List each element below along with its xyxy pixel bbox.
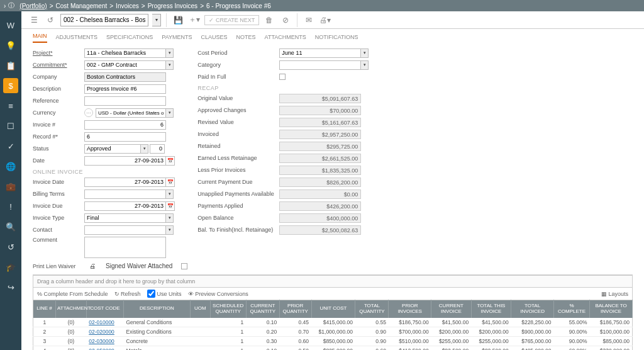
tab-adjustments[interactable]: ADJUSTMENTS [56, 34, 98, 43]
cost-period-dropdown[interactable]: ▾ [361, 48, 369, 58]
tab-attachments[interactable]: ATTACHMENTS [265, 34, 306, 43]
currency-dropdown[interactable]: ▾ [166, 108, 174, 118]
col-header[interactable]: ATTACHMENT [56, 300, 87, 318]
breadcrumb-progress-invoices[interactable]: Progress Invoices [148, 3, 197, 9]
invoice-date-field[interactable] [84, 178, 166, 187]
category-field[interactable] [279, 60, 361, 70]
list-icon[interactable]: ☰ [28, 14, 40, 26]
col-header[interactable]: COST CODE [86, 300, 123, 318]
tab-specifications[interactable]: SPECIFICATIONS [106, 34, 153, 43]
col-header[interactable]: UNIT COST [311, 300, 355, 318]
table-row[interactable]: 3(0)02-030000Concrete10.300.60$850,000.0… [33, 336, 633, 346]
col-header[interactable]: PRIOR QUANTITY [279, 300, 311, 318]
tab-payments[interactable]: PAYMENTS [162, 34, 192, 43]
save-icon[interactable]: 💾 [172, 14, 184, 26]
nav-item-13[interactable]: ↪ [3, 279, 18, 295]
project-dropdown[interactable]: ▾ [166, 48, 174, 58]
nav-item-12[interactable]: 🎓 [3, 259, 18, 274]
nav-item-4[interactable]: ≡ [3, 98, 18, 113]
col-header[interactable]: TOTAL INVOICED [511, 300, 554, 318]
tab-clauses[interactable]: CLAUSES [201, 34, 228, 43]
nav-item-3[interactable]: $ [3, 78, 18, 93]
col-header[interactable]: TOTAL QUANTITY [355, 300, 389, 318]
create-next-button[interactable]: ✓CREATE NEXT [204, 15, 259, 25]
invoice-due-calendar-icon[interactable]: 📅 [166, 201, 175, 211]
invoice-date-calendar-icon[interactable]: 📅 [166, 178, 175, 187]
breadcrumb-portfolio[interactable]: (Portfolio) [19, 3, 47, 9]
refresh-button[interactable]: ↻ Refresh [114, 291, 141, 297]
nav-item-9[interactable]: ! [3, 199, 18, 214]
col-header[interactable]: CURRENT INVOICE [431, 300, 472, 318]
status-dropdown[interactable]: ▾ [141, 144, 148, 154]
reference-field[interactable] [84, 96, 166, 106]
add-icon[interactable]: ＋▾ [188, 14, 201, 26]
line-items-grid[interactable]: LINE #ATTACHMENTCOST CODEDESCRIPTIONUOMS… [33, 300, 633, 350]
table-row[interactable]: 2(0)02-020000Existing Conditions10.200.7… [33, 327, 633, 336]
group-hint[interactable]: Drag a column header and drop it here to… [33, 275, 633, 287]
nav-item-1[interactable]: 💡 [3, 38, 18, 53]
col-header[interactable]: DESCRIPTION [124, 300, 191, 318]
date-field[interactable] [84, 156, 166, 166]
currency-ellipsis[interactable]: ⋯ [84, 108, 93, 117]
nav-item-6[interactable]: ✓ [3, 138, 18, 154]
email-icon[interactable]: ✉ [303, 14, 315, 26]
print-icon[interactable]: 🖨▾ [319, 14, 331, 26]
nav-item-11[interactable]: ↺ [3, 239, 18, 254]
invoice-no-field[interactable] [84, 120, 166, 130]
nav-item-5[interactable]: ☐ [3, 118, 18, 133]
use-units-toggle[interactable]: Use Units [147, 290, 182, 298]
commitment-dropdown[interactable]: ▾ [166, 60, 174, 70]
table-row[interactable]: 1(0)02-010000General Conditions10.100.45… [33, 318, 633, 327]
record-no-field[interactable] [84, 132, 166, 142]
nav-item-0[interactable]: W [3, 18, 18, 33]
invoice-type-dropdown[interactable]: ▾ [166, 213, 174, 223]
col-header[interactable]: BALANCE TO INVOICE [590, 300, 633, 318]
breadcrumb-invoices[interactable]: Invoices [116, 3, 139, 9]
paid-in-full-checkbox[interactable] [279, 74, 286, 80]
status-field[interactable] [84, 144, 141, 154]
tab-notes[interactable]: NOTES [236, 34, 256, 43]
complete-from-schedule-button[interactable]: % Complete From Schedule [37, 291, 108, 297]
company-field[interactable] [84, 72, 166, 82]
comment-field[interactable] [84, 237, 166, 258]
delete-icon[interactable]: 🗑 [263, 14, 275, 26]
category-dropdown[interactable]: ▾ [361, 60, 369, 70]
col-header[interactable]: PRIOR INVOICES [389, 300, 431, 318]
breadcrumb-cost-mgmt[interactable]: Cost Management [56, 3, 108, 9]
col-header[interactable]: UOM [190, 300, 210, 318]
tab-notifications[interactable]: NOTIFICATIONS [315, 34, 358, 43]
description-field[interactable] [84, 84, 166, 94]
commitment-field[interactable] [84, 60, 166, 70]
col-header[interactable]: LINE # [33, 300, 56, 318]
nav-item-10[interactable]: 🔍 [3, 219, 18, 234]
status-rev-field[interactable] [150, 144, 165, 154]
signed-waiver-checkbox[interactable] [181, 263, 187, 269]
currency-field[interactable] [96, 108, 166, 118]
contact-dropdown[interactable]: ▾ [166, 225, 174, 235]
void-icon[interactable]: ⊘ [279, 14, 292, 26]
nav-item-7[interactable]: 🌐 [3, 159, 18, 174]
history-icon[interactable]: ↺ [44, 14, 57, 26]
col-header[interactable]: TOTAL THIS INVOICE [471, 300, 511, 318]
preview-conversions-button[interactable]: 👁 Preview Conversions [188, 291, 248, 297]
table-row[interactable]: 4(0)02-050000Metals10.100.50$825,000.000… [33, 346, 633, 350]
billing-terms-field[interactable] [84, 189, 166, 199]
nav-item-2[interactable]: 📋 [3, 58, 18, 73]
invoice-type-field[interactable] [84, 213, 166, 223]
invoice-due-field[interactable] [84, 201, 166, 211]
col-header[interactable]: CURRENT QUANTITY [246, 300, 279, 318]
project-field[interactable] [84, 48, 166, 58]
cost-period-field[interactable] [279, 48, 361, 58]
contact-field[interactable] [84, 225, 166, 235]
col-header[interactable]: SCHEDULED QUANTITY [210, 300, 246, 318]
nav-item-8[interactable]: 💼 [3, 179, 18, 194]
tab-main[interactable]: MAIN [33, 33, 47, 43]
record-selector[interactable] [60, 14, 148, 26]
date-calendar-icon[interactable]: 📅 [166, 156, 175, 166]
billing-terms-dropdown[interactable]: ▾ [166, 189, 174, 199]
info-icon[interactable]: ⓘ [8, 1, 14, 10]
layouts-button[interactable]: ▦ Layouts [601, 291, 628, 297]
record-selector-arrow[interactable]: ▾ [152, 14, 161, 26]
col-header[interactable]: % COMPLETE [553, 300, 589, 318]
print-icon[interactable]: 🖨 [89, 262, 96, 269]
